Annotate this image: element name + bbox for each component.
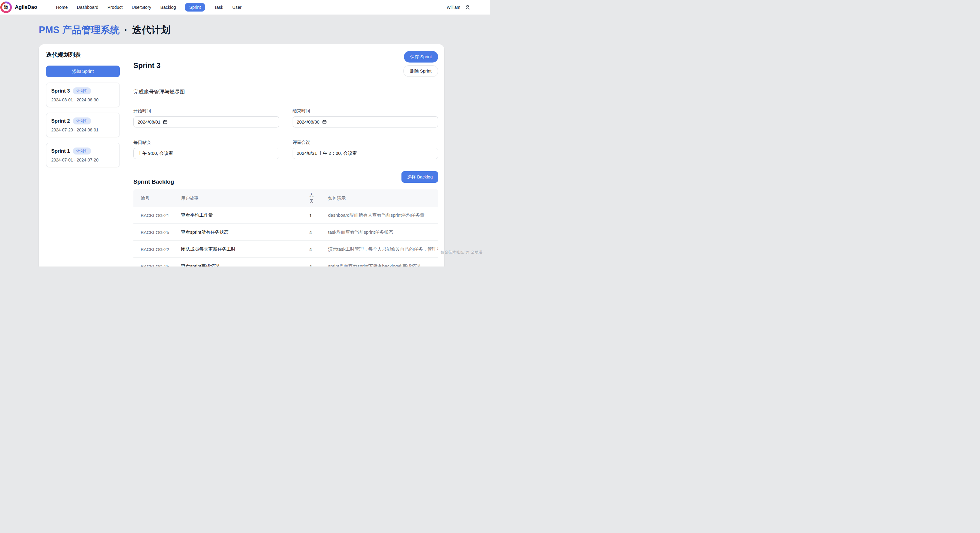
field-label: 开始时间 — [134, 108, 279, 114]
delete-sprint-button[interactable]: 删除 Sprint — [403, 65, 438, 77]
sprint-card-name: Sprint 1 — [51, 148, 70, 154]
field-label: 评审会议 — [293, 140, 439, 145]
calendar-icon[interactable] — [322, 120, 326, 124]
sprint-detail-header: Sprint 3 保存 Sprint 删除 Sprint — [134, 51, 438, 77]
sprint-card-titlerow: Sprint 2计划中 — [51, 118, 115, 124]
cell-user-story: 查看平均工作量 — [181, 212, 309, 218]
sprint-card-dates: 2024-07-01 - 2024-07-20 — [51, 158, 115, 163]
page-title: PMS 产品管理系统 · 迭代计划 — [39, 24, 444, 37]
cell-person-days: 4 — [309, 230, 328, 235]
sprint-list-item-3[interactable]: Sprint 1计划中2024-07-01 - 2024-07-20 — [46, 143, 120, 167]
navbar: 道 AgileDao HomeDashboardProductUserStory… — [0, 0, 490, 14]
cell-user-story: 查看sprint完成情况 — [181, 263, 309, 267]
sprint-list-item-2[interactable]: Sprint 2计划中2024-07-20 - 2024-08-01 — [46, 113, 120, 137]
nav-item-dashboard[interactable]: Dashboard — [77, 5, 98, 10]
add-sprint-button[interactable]: 添加 Sprint — [46, 65, 120, 77]
content-card: 迭代规划列表 添加 Sprint Sprint 3计划中2024-08-01 -… — [39, 44, 444, 266]
field-input[interactable]: 2024/8/31 上午 2：00, 会议室 — [293, 148, 439, 159]
table-row[interactable]: BACKLOG-25查看sprint完成情况4sprint界面查看sprint下… — [134, 258, 438, 266]
table-row[interactable]: BACKLOG-22团队成员每天更新任务工时4演示task工时管理，每个人只能修… — [134, 241, 438, 258]
page-heading: PMS 产品管理系统 · 迭代计划 — [39, 14, 444, 44]
form-field-1: 开始时间2024/08/01 — [134, 108, 279, 128]
app-logo-icon: 道 — [0, 2, 12, 13]
sprint-list-sidebar: 迭代规划列表 添加 Sprint Sprint 3计划中2024-08-01 -… — [39, 44, 127, 266]
field-value: 上午 9:00, 会议室 — [138, 150, 173, 156]
sprint-card-dates: 2024-08-01 - 2024-08-30 — [51, 97, 115, 102]
cell-demo-description: dashboard界面所有人查看当前sprint平均任务量 — [328, 212, 438, 218]
cell-person-days: 4 — [309, 247, 328, 252]
sprint-status-badge: 计划中 — [73, 118, 91, 124]
cell-person-days: 1 — [309, 213, 328, 218]
column-header-3: 人天 — [309, 192, 328, 204]
column-header-4: 如何演示 — [328, 195, 438, 201]
cell-demo-description: 演示task工时管理，每个人只能修改自己的任务，管理员可以修改全部任务 — [328, 246, 438, 252]
nav-item-backlog[interactable]: Backlog — [161, 5, 176, 10]
form-field-4: 评审会议2024/8/31 上午 2：00, 会议室 — [293, 140, 439, 159]
cell-person-days: 4 — [309, 264, 328, 267]
sprint-list-item-1[interactable]: Sprint 3计划中2024-08-01 - 2024-08-30 — [46, 83, 120, 107]
user-profile-icon[interactable] — [465, 4, 471, 10]
sprint-list: Sprint 3计划中2024-08-01 - 2024-08-30Sprint… — [46, 83, 120, 167]
nav-item-task[interactable]: Task — [214, 5, 223, 10]
brand-name: AgileDao — [15, 4, 37, 10]
cell-backlog-id: BACKLOG-22 — [141, 247, 181, 252]
form-field-2: 结束时间2024/08/30 — [293, 108, 439, 128]
column-header-days-label: 人天 — [309, 192, 314, 204]
nav-item-sprint[interactable]: Sprint — [185, 3, 205, 11]
sidebar-heading: 迭代规划列表 — [46, 51, 120, 59]
field-label: 结束时间 — [293, 108, 439, 114]
field-label: 每日站会 — [134, 140, 279, 145]
form-field-3: 每日站会上午 9:00, 会议室 — [134, 140, 279, 159]
sprint-form: 开始时间2024/08/01结束时间2024/08/30每日站会上午 9:00,… — [134, 108, 438, 159]
calendar-icon[interactable] — [163, 120, 167, 124]
sprint-status-badge: 计划中 — [73, 147, 91, 155]
field-input[interactable]: 上午 9:00, 会议室 — [134, 148, 279, 159]
table-row[interactable]: BACKLOG-21查看平均工作量1dashboard界面所有人查看当前spri… — [134, 207, 438, 224]
cell-backlog-id: BACKLOG-25 — [141, 264, 181, 267]
backlog-table: 编号用户故事人天如何演示BACKLOG-21查看平均工作量1dashboard界… — [134, 189, 438, 266]
field-value: 2024/08/30 — [297, 119, 320, 124]
page-title-section: 迭代计划 — [132, 25, 170, 35]
nav-right: William — [447, 4, 471, 10]
logo-glyph: 道 — [2, 3, 10, 11]
username: William — [447, 5, 460, 10]
backlog-header: Sprint Backlog 选择 Backlog — [134, 171, 438, 185]
sprint-detail-pane: Sprint 3 保存 Sprint 删除 Sprint 完成账号管理与燃尽图 … — [127, 44, 444, 266]
field-input[interactable]: 2024/08/01 — [134, 116, 279, 128]
backlog-heading: Sprint Backlog — [134, 179, 174, 185]
cell-demo-description: task界面查看当前sprint任务状态 — [328, 230, 438, 235]
column-header-2: 用户故事 — [181, 195, 309, 201]
sprint-card-titlerow: Sprint 1计划中 — [51, 147, 115, 155]
cell-user-story: 查看sprint所有任务状态 — [181, 230, 309, 235]
sprint-card-name: Sprint 3 — [51, 88, 70, 94]
watermark: 掘金技术社区 @ 全栈港 — [441, 250, 483, 255]
nav-item-home[interactable]: Home — [56, 5, 68, 10]
cell-user-story: 团队成员每天更新任务工时 — [181, 246, 309, 252]
field-value: 2024/08/01 — [138, 119, 161, 124]
select-backlog-button[interactable]: 选择 Backlog — [401, 171, 438, 183]
table-row[interactable]: BACKLOG-25查看sprint所有任务状态4task界面查看当前sprin… — [134, 224, 438, 241]
cell-backlog-id: BACKLOG-25 — [141, 230, 181, 235]
sprint-card-name: Sprint 2 — [51, 118, 70, 124]
sprint-card-dates: 2024-07-20 - 2024-08-01 — [51, 128, 115, 132]
nav-item-user[interactable]: User — [232, 5, 242, 10]
nav-links: HomeDashboardProductUserStoryBacklogSpri… — [56, 3, 242, 11]
page-title-separator: · — [124, 25, 128, 35]
field-input[interactable]: 2024/08/30 — [293, 116, 439, 128]
sprint-detail-title: Sprint 3 — [134, 61, 161, 70]
sprint-goal: 完成账号管理与燃尽图 — [134, 88, 438, 95]
cell-backlog-id: BACKLOG-21 — [141, 213, 181, 218]
save-sprint-button[interactable]: 保存 Sprint — [404, 51, 438, 62]
column-header-1: 编号 — [141, 195, 181, 201]
sprint-card-titlerow: Sprint 3计划中 — [51, 88, 115, 94]
cell-demo-description: sprint界面查看sprint下所有backlog的完成情况 — [328, 263, 438, 267]
sprint-status-badge: 计划中 — [73, 88, 91, 94]
page-title-brand: PMS 产品管理系统 — [39, 25, 120, 35]
field-value: 2024/8/31 上午 2：00, 会议室 — [297, 150, 357, 156]
table-header-row: 编号用户故事人天如何演示 — [134, 189, 438, 207]
nav-item-userstory[interactable]: UserStory — [132, 5, 151, 10]
nav-item-product[interactable]: Product — [107, 5, 123, 10]
sprint-actions: 保存 Sprint 删除 Sprint — [403, 51, 438, 77]
